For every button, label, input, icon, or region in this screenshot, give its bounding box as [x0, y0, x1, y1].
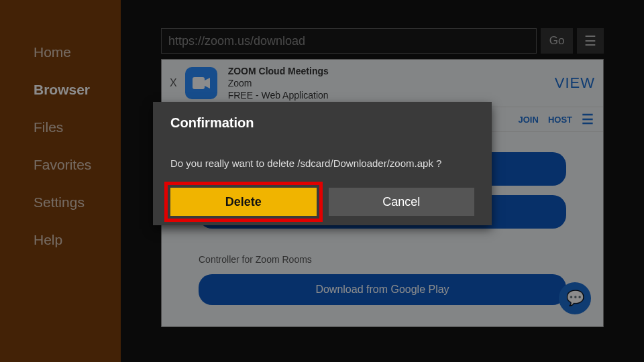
cancel-button[interactable]: Cancel [329, 188, 475, 216]
delete-button[interactable]: Delete [170, 188, 317, 216]
confirmation-dialog: Confirmation Do you really want to delet… [153, 102, 492, 225]
dialog-title: Confirmation [153, 102, 492, 137]
dialog-message: Do you really want to delete /sdcard/Dow… [153, 137, 492, 188]
dialog-buttons: Delete Cancel [153, 188, 492, 216]
